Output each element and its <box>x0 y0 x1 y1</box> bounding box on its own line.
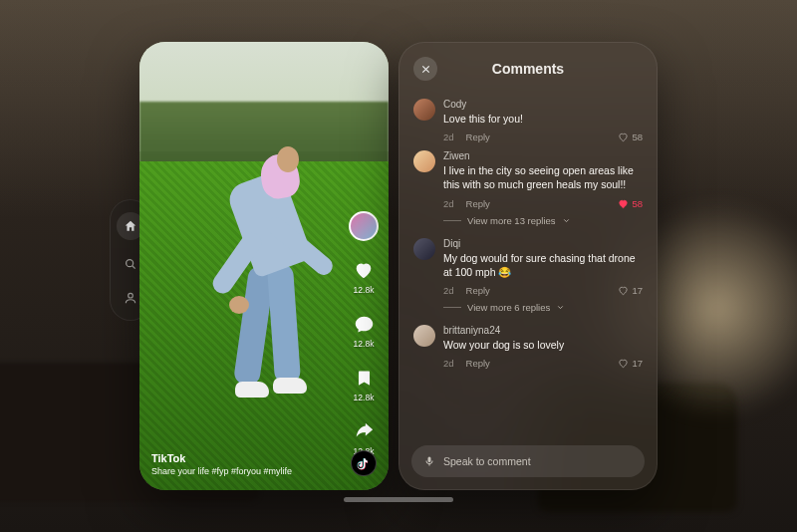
comment-avatar[interactable] <box>413 238 435 260</box>
nav-search[interactable] <box>121 254 140 274</box>
comment-button[interactable]: 12.8k <box>351 311 377 349</box>
comment-like-button[interactable]: 58 <box>618 132 643 142</box>
comment-like-count: 17 <box>632 285 643 296</box>
comment-item: brittaniyna24 Wow your dog is so lovely … <box>413 319 643 371</box>
comment-item: Cody Love this for you! 2d Reply 58 <box>413 93 643 144</box>
bookmark-button[interactable]: 12.8k <box>351 365 377 402</box>
home-icon <box>124 219 137 233</box>
svg-point-2 <box>129 293 133 298</box>
comment-like-button[interactable]: 17 <box>618 285 643 296</box>
video-brand: TikTok <box>151 452 292 464</box>
video-meta: TikTok Share your life #fyp #foryou #myl… <box>151 452 292 476</box>
view-more-replies[interactable]: View more 6 replies <box>443 302 643 313</box>
svg-line-1 <box>133 266 135 269</box>
comment-like-count: 17 <box>632 358 643 369</box>
bookmark-count: 12.8k <box>354 393 375 402</box>
comments-panel: Comments Cody Love this for you! 2d Repl… <box>398 42 658 490</box>
comment-like-button[interactable]: 58 <box>618 198 643 209</box>
view-more-replies[interactable]: View more 13 replies <box>443 215 643 226</box>
comment-time: 2d <box>443 285 454 296</box>
heart-icon <box>618 358 629 369</box>
comment-like-count: 58 <box>632 198 643 209</box>
profile-icon <box>124 291 137 305</box>
comment-username[interactable]: Cody <box>443 99 643 110</box>
comment-username[interactable]: Ziwen <box>443 150 643 161</box>
comment-time: 2d <box>443 198 454 209</box>
video-caption: Share your life #fyp #foryou #mylife <box>151 466 292 476</box>
close-button[interactable] <box>413 57 437 81</box>
heart-icon <box>351 257 377 283</box>
tiktok-logo[interactable] <box>351 450 377 476</box>
video-subject <box>199 136 329 396</box>
search-icon <box>124 257 137 271</box>
comment-text: Wow your dog is so lovely <box>443 338 643 352</box>
heart-icon <box>618 132 629 142</box>
comment-avatar[interactable] <box>413 325 435 347</box>
comment-item: Diqi My dog would for sure chasing that … <box>413 232 643 298</box>
like-button[interactable]: 12.8k <box>351 257 377 295</box>
heart-icon <box>618 285 629 296</box>
comment-avatar[interactable] <box>413 99 435 121</box>
comment-item: Ziwen I live in the city so seeing open … <box>413 144 643 210</box>
author-avatar[interactable] <box>349 211 379 241</box>
video-panel[interactable]: 12.8k 12.8k 12.8k <box>139 42 389 490</box>
comment-like-button[interactable]: 17 <box>618 358 643 369</box>
home-indicator[interactable] <box>344 497 453 502</box>
comment-count: 12.8k <box>354 339 375 349</box>
comment-text: My dog would for sure chasing that drone… <box>443 251 643 279</box>
comment-like-count: 58 <box>632 132 643 142</box>
chevron-down-icon <box>556 303 565 312</box>
video-action-rail: 12.8k 12.8k 12.8k <box>349 211 379 456</box>
comments-title: Comments <box>399 61 657 77</box>
microphone-icon <box>423 455 435 467</box>
chevron-down-icon <box>562 216 571 225</box>
avatar-icon <box>349 211 379 241</box>
heart-icon <box>618 198 629 209</box>
bookmark-icon <box>351 365 377 391</box>
svg-point-0 <box>127 260 133 267</box>
comment-input-placeholder: Speak to comment <box>443 455 531 467</box>
comment-icon <box>351 311 377 337</box>
reply-button[interactable]: Reply <box>466 285 490 296</box>
reply-button[interactable]: Reply <box>466 132 490 142</box>
nav-profile[interactable] <box>121 288 140 308</box>
comment-text: Love this for you! <box>443 112 643 126</box>
comment-text: I live in the city so seeing open areas … <box>443 163 643 191</box>
reply-button[interactable]: Reply <box>466 198 490 209</box>
comment-input[interactable]: Speak to comment <box>411 445 645 477</box>
share-icon <box>351 418 377 444</box>
close-icon <box>420 64 431 75</box>
comment-time: 2d <box>443 132 454 142</box>
like-count: 12.8k <box>354 285 375 295</box>
comment-avatar[interactable] <box>413 150 435 172</box>
comment-username[interactable]: Diqi <box>443 238 643 249</box>
reply-button[interactable]: Reply <box>466 358 490 369</box>
comments-list[interactable]: Cody Love this for you! 2d Reply 58 Ziwe… <box>399 89 657 437</box>
comment-username[interactable]: brittaniyna24 <box>443 325 643 336</box>
comment-time: 2d <box>443 358 454 369</box>
